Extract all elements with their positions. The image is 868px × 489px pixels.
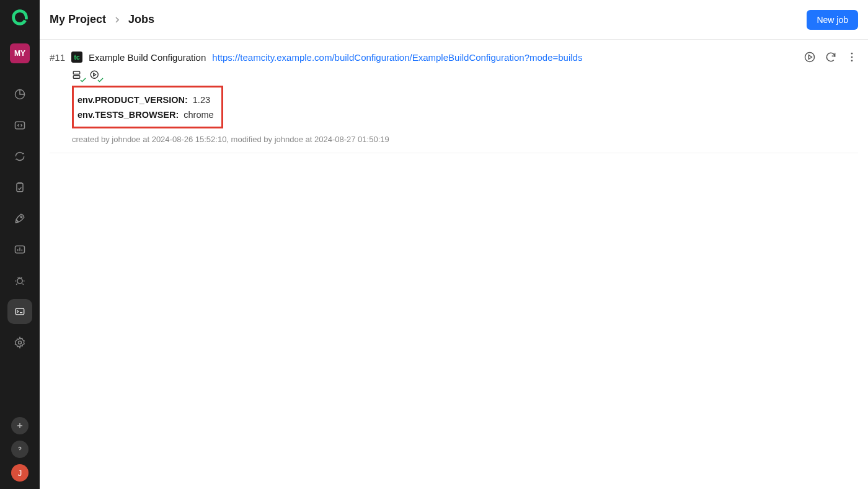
env-vars-highlight: env.PRODUCT_VERSION: 1.23 env.TESTS_BROW… [72, 86, 223, 128]
env-key: env.TESTS_BROWSER: [78, 107, 179, 122]
job-link[interactable]: https://teamcity.example.com/buildConfig… [212, 52, 582, 63]
svg-point-10 [851, 60, 853, 62]
sidebar-item-sync[interactable] [7, 144, 32, 169]
sidebar: MY [0, 0, 40, 489]
sidebar-item-bug[interactable] [7, 268, 32, 293]
svg-rect-11 [73, 71, 80, 74]
svg-rect-5 [16, 308, 24, 315]
env-value: 1.23 [193, 92, 210, 107]
play-icon[interactable] [804, 51, 816, 63]
project-badge[interactable]: MY [10, 43, 30, 63]
sidebar-item-jobs[interactable] [7, 299, 32, 324]
teamcity-icon: tc [71, 52, 82, 63]
svg-point-8 [851, 53, 853, 55]
app-logo[interactable] [10, 7, 30, 27]
job-name: Example Build Configuration [89, 52, 206, 63]
svg-point-6 [19, 341, 22, 344]
sidebar-item-code[interactable] [7, 113, 32, 138]
breadcrumb: My Project Jobs [50, 13, 154, 26]
more-icon[interactable] [846, 51, 858, 63]
add-button[interactable] [11, 417, 29, 434]
server-status-icon [72, 70, 84, 82]
env-value: chrome [184, 107, 213, 122]
sidebar-item-clipboard[interactable] [7, 175, 32, 200]
run-status-icon [89, 70, 102, 82]
sidebar-item-settings[interactable] [7, 330, 32, 355]
user-avatar[interactable]: J [11, 464, 29, 482]
svg-point-4 [17, 279, 22, 284]
svg-rect-0 [16, 122, 25, 129]
header: My Project Jobs New job [40, 0, 868, 40]
sidebar-item-analytics[interactable] [7, 237, 32, 262]
new-job-button[interactable]: New job [807, 10, 858, 30]
job-meta: created by johndoe at 2024-08-26 15:52:1… [72, 135, 858, 144]
svg-point-7 [805, 53, 815, 62]
breadcrumb-page: Jobs [128, 13, 154, 26]
refresh-icon[interactable] [825, 51, 837, 63]
env-row: env.TESTS_BROWSER: chrome [78, 107, 214, 122]
env-row: env.PRODUCT_VERSION: 1.23 [78, 92, 214, 107]
sidebar-item-overview[interactable] [7, 82, 32, 107]
help-button[interactable] [11, 441, 29, 458]
chevron-right-icon [112, 15, 122, 25]
svg-point-9 [851, 56, 853, 58]
svg-rect-1 [17, 183, 23, 191]
sidebar-item-rocket[interactable] [7, 206, 32, 231]
env-key: env.PRODUCT_VERSION: [78, 92, 188, 107]
breadcrumb-project[interactable]: My Project [50, 13, 106, 26]
job-card: #11 tc Example Build Configuration https… [50, 40, 858, 153]
svg-point-2 [20, 216, 22, 218]
job-id: #11 [50, 52, 65, 63]
